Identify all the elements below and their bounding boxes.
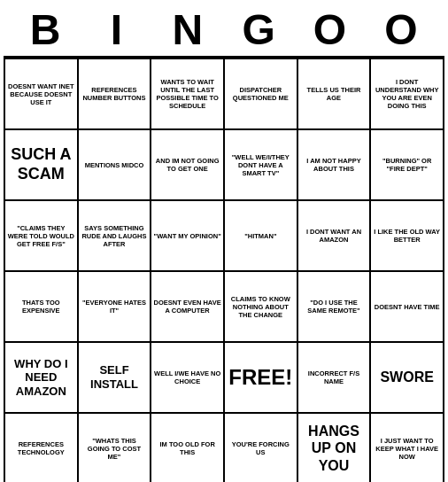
bingo-cell-14: "WANT MY OPINION" (151, 201, 225, 272)
bingo-cell-22: "DO I USE THE SAME REMOTE" (298, 272, 372, 343)
title-b: B (19, 5, 73, 54)
bingo-cell-35: I JUST WANT TO KEEP WHAT I HAVE NOW (371, 414, 444, 482)
bingo-cell-1: REFERENCES NUMBER BUTTONS (79, 59, 152, 130)
bingo-cell-27: Free! (225, 343, 298, 414)
title-g: G (233, 5, 286, 54)
bingo-cell-31: "WHATS THIS GOING TO COST ME" (79, 414, 152, 482)
bingo-cell-3: DISPATCHER QUESTIONED ME (225, 59, 298, 130)
bingo-cell-25: SELF INSTALL (79, 343, 152, 414)
bingo-cell-34: HANGS UP ON YOU (298, 414, 372, 482)
bingo-cell-5: I DONT UNDERSTAND WHY YOU ARE EVEN DOING… (371, 59, 444, 130)
bingo-cell-19: "EVERYONE HATES IT" (79, 272, 152, 343)
bingo-cell-18: THATS TOO EXPENSIVE (5, 272, 79, 343)
bingo-cell-11: "BURNING" OR "FIRE DEPT" (371, 130, 444, 201)
bingo-cell-6: SUCH A SCAM (5, 130, 79, 201)
bingo-cell-24: WHY DO I NEED AMAZON (5, 343, 79, 414)
title-o1: O (304, 5, 357, 54)
bingo-cell-7: MENTIONS MIDCO (79, 130, 152, 201)
bingo-cell-20: DOESNT EVEN HAVE A COMPUTER (151, 272, 225, 343)
bingo-cell-32: IM TOO OLD FOR THIS (151, 414, 225, 482)
bingo-title: B I N G O O (4, 4, 444, 58)
bingo-cell-8: AND IM NOT GOING TO GET ONE (151, 130, 225, 201)
bingo-grid: DOESNT WANT INET BECAUSE DOESNT USE ITRE… (4, 58, 444, 482)
bingo-cell-15: "HITMAN" (225, 201, 298, 272)
bingo-cell-16: I DONT WANT AN AMAZON (298, 201, 372, 272)
bingo-cell-4: TELLS US THEIR AGE (298, 59, 372, 130)
bingo-cell-2: WANTS TO WAIT UNTIL THE LAST POSSIBLE TI… (151, 59, 225, 130)
title-n: N (162, 5, 215, 54)
bingo-cell-33: YOU'RE FORCING US (225, 414, 298, 482)
title-o2: O (375, 5, 429, 54)
bingo-cell-28: INCORRECT F/S NAME (298, 343, 372, 414)
bingo-cell-21: CLAIMS TO KNOW NOTHING ABOUT THE CHANGE (225, 272, 298, 343)
bingo-cell-12: "CLAIMS THEY WERE TOLD WOULD GET FREE F/… (5, 201, 79, 272)
bingo-cell-9: "WELL WE/I/THEY DONT HAVE A SMART TV" (225, 130, 298, 201)
title-i: I (90, 5, 143, 54)
bingo-cell-0: DOESNT WANT INET BECAUSE DOESNT USE IT (5, 59, 79, 130)
bingo-cell-26: WELL I/WE HAVE NO CHOICE (151, 343, 225, 414)
bingo-cell-17: I LIKE THE OLD WAY BETTER (371, 201, 444, 272)
bingo-cell-13: SAYS SOMETHING RUDE AND LAUGHS AFTER (79, 201, 152, 272)
bingo-cell-30: REFERENCES TECHNOLOGY (5, 414, 79, 482)
bingo-cell-10: I AM NOT HAPPY ABOUT THIS (298, 130, 372, 201)
bingo-cell-23: DOESNT HAVE TIME (371, 272, 444, 343)
bingo-cell-29: SWORE (371, 343, 444, 414)
